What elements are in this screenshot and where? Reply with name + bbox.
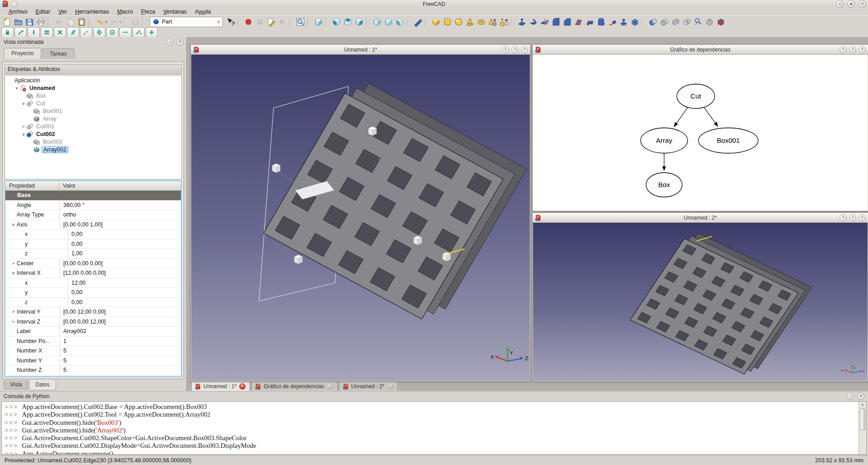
app-menu-button[interactable]	[11, 1, 18, 7]
property-value[interactable]: 5	[60, 356, 181, 366]
toolbar-button-macro-stop[interactable]	[254, 16, 265, 27]
property-value[interactable]: 1	[60, 337, 181, 346]
property-value[interactable]: [(0,00 0,00 1,00);0,00 °;(0,00 0,00 0,00…	[60, 376, 181, 377]
tree-item-cut002[interactable]: ∨Cut002	[5, 130, 181, 138]
property-value[interactable]: [0,00 0,00 0,00]	[60, 259, 181, 268]
property-value[interactable]: 360,00 °	[60, 201, 181, 210]
toolbar-button-file-new[interactable]	[1, 16, 13, 27]
close-icon[interactable]: ✕	[327, 383, 333, 390]
window-1-titlebar[interactable]: Unnamed : 1* ∨∧✕	[191, 45, 530, 55]
tab-datos[interactable]: Datos	[29, 380, 56, 390]
toolbar-button-view-left[interactable]	[394, 16, 406, 27]
menu-item-macro[interactable]: Macro	[113, 9, 137, 15]
property-value[interactable]: 0,00	[68, 230, 181, 239]
toolbar-button-macro-record[interactable]	[243, 16, 254, 27]
column-propiedad[interactable]: Propiedad	[5, 183, 59, 189]
tree-item-unnamed[interactable]: ∨Unnamed	[5, 84, 181, 92]
menu-item-herramientas[interactable]: Herramientas	[71, 9, 113, 15]
tree-item-aplicaci-n[interactable]: Aplicación	[5, 76, 181, 84]
menu-item-ver[interactable]: Ver	[54, 9, 71, 15]
toolbar-button-create-primitives[interactable]	[498, 16, 509, 27]
mdi-tab-unnamed-1-[interactable]: Unnamed : 1*✕	[191, 382, 250, 391]
property-value[interactable]: 0,00	[68, 288, 181, 297]
toolbar-button-paste[interactable]	[76, 16, 87, 27]
scrollbar-thumb[interactable]	[860, 409, 865, 430]
scroll-up-icon[interactable]: ∧	[859, 402, 866, 408]
toolbar-button-snap-intersection[interactable]	[54, 27, 66, 38]
toolbar-button-part-torus[interactable]	[476, 16, 487, 27]
property-row-number-po-[interactable]: Number Po...1	[5, 337, 181, 347]
property-expander-icon[interactable]: >	[10, 261, 17, 266]
panel-float-button[interactable]: ◇	[166, 38, 174, 46]
tree-expander-icon[interactable]: ∨	[14, 86, 20, 90]
tree-expander-icon[interactable]: ∨	[20, 101, 27, 106]
menu-item-editar[interactable]: Editar	[32, 9, 55, 15]
tree-expander-icon[interactable]: >	[20, 124, 27, 129]
toolbar-button-offset[interactable]	[618, 16, 629, 27]
handle-cube[interactable]	[443, 252, 451, 261]
toolbar-button-snap-toggle[interactable]	[146, 27, 158, 38]
close-icon[interactable]: ✕	[239, 383, 245, 390]
subwindow-close-button[interactable]: ✕	[859, 46, 866, 53]
toolbar-button-cross-sections[interactable]	[715, 16, 726, 27]
toolbar-button-view-front[interactable]	[331, 16, 342, 27]
subwindow-restore-button[interactable]: ∧	[849, 214, 856, 221]
console-close-button[interactable]: ✕	[857, 393, 864, 400]
subwindow-minimize-button[interactable]: ∨	[840, 214, 847, 221]
property-row-axis[interactable]: ∨Axis[0,00 0,00 1,00]	[5, 220, 181, 230]
subwindow-minimize-button[interactable]: ∨	[840, 46, 847, 53]
toolbar-button-snap-endpoint[interactable]	[14, 27, 27, 38]
toolbar-button-boolean-cut[interactable]	[659, 16, 670, 27]
dropdown-arrow-icon[interactable]: ∨	[105, 20, 108, 24]
tree-item-cut[interactable]: ∨Cut	[5, 99, 181, 107]
property-row-array-type[interactable]: Array Typeortho	[5, 210, 181, 220]
toolbar-button-defeaturing[interactable]	[704, 16, 715, 27]
toolbar-button-snap-near[interactable]	[132, 27, 145, 38]
subwindow-minimize-button[interactable]: ∨	[502, 46, 509, 53]
tree-item-box[interactable]: HBox	[5, 92, 181, 99]
mdi-tab-unnamed-2-[interactable]: Unnamed : 2*✕	[339, 382, 398, 391]
toolbar-button-boolean[interactable]	[647, 16, 659, 27]
handle-cube[interactable]	[414, 236, 422, 245]
toolbar-button-macro-edit[interactable]	[265, 16, 277, 27]
toolbar-button-refresh[interactable]	[130, 16, 141, 27]
property-row-interval-x[interactable]: ∨Interval X[12,00 0,00 0,00]	[5, 268, 181, 278]
toolbar-button-make-face[interactable]	[573, 16, 584, 27]
toolbar-button-sweep[interactable]	[607, 16, 618, 27]
subwindow-close-button[interactable]: ✕	[859, 214, 866, 221]
property-row-x[interactable]: x0,00	[5, 230, 181, 240]
window-maximize-button[interactable]: ◈	[847, 0, 855, 8]
property-row-interval-y[interactable]: >Interval Y[0,00 12,00 0,00]	[5, 307, 181, 317]
subwindow-restore-button[interactable]: ∧	[511, 46, 519, 53]
toolbar-button-boolean-union[interactable]	[670, 16, 681, 27]
window-minimize-button[interactable]: ∨	[836, 0, 844, 8]
tab-proyecto[interactable]: Proyecto	[4, 48, 41, 59]
window-2-titlebar[interactable]: Unnamed : 2* ∨∧✕	[533, 213, 868, 223]
python-console-input[interactable]: >>>App.activeDocument().Cut002.Base = Ap…	[1, 401, 867, 455]
mdi-tab-gr-fico-de-dependencias[interactable]: Gráfico de dependencias✕	[251, 382, 337, 391]
tree-item-box001[interactable]: HBox001	[5, 107, 181, 115]
toolbar-button-fit-all[interactable]	[295, 16, 306, 27]
property-value[interactable]: 0,00	[68, 240, 181, 249]
property-row-number-y[interactable]: Number Y5	[5, 356, 181, 366]
graph-node-array[interactable]: Array	[641, 128, 688, 153]
property-group-base[interactable]: Base	[5, 191, 181, 201]
toolbar-button-view-bottom[interactable]	[383, 16, 394, 27]
menu-item-archivo[interactable]: Archivo	[5, 9, 32, 15]
property-expander-icon[interactable]: >	[10, 310, 17, 314]
toolbar-button-copy[interactable]	[65, 16, 76, 27]
console-scrollbar[interactable]: ∧	[859, 402, 866, 454]
workbench-selector[interactable]: Part∨	[150, 17, 223, 27]
graph-window-titlebar[interactable]: Gráfico de dependencias ∨∧✕	[533, 45, 868, 55]
handle-cube[interactable]	[294, 255, 302, 264]
property-row-y[interactable]: y0,00	[5, 288, 181, 298]
menu-item-ventanas[interactable]: Ventanas	[159, 9, 191, 15]
toolbar-button-snap-center[interactable]	[106, 27, 118, 38]
toolbar-button-boolean-intersection[interactable]	[681, 16, 693, 27]
toolbar-button-snap-lock[interactable]	[1, 27, 14, 38]
toolbar-button-revolve[interactable]	[528, 16, 539, 27]
subwindow-close-button[interactable]: ✕	[521, 46, 528, 53]
console-float-button[interactable]: ◇	[847, 393, 854, 400]
close-icon[interactable]: ✕	[387, 383, 393, 390]
property-value[interactable]: ortho	[60, 210, 181, 220]
